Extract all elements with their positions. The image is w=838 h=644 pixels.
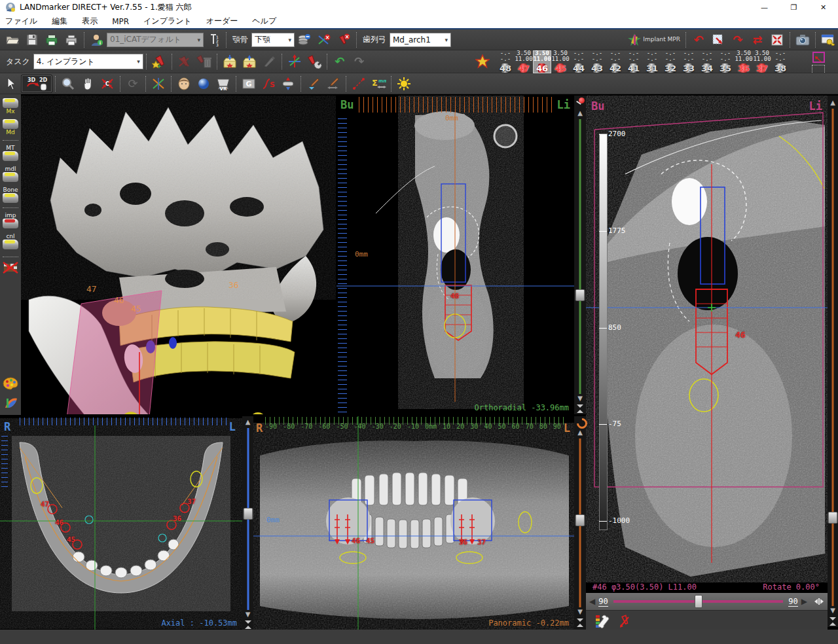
panoramic-slice-slider[interactable]: ▲ ▼: [574, 416, 586, 630]
fit-view-icon[interactable]: [767, 31, 787, 48]
arch-direction-icon[interactable]: [812, 52, 825, 63]
slider-up-arrow[interactable]: ▲: [242, 419, 253, 425]
layer-toggle[interactable]: imp: [3, 207, 18, 228]
vr-view-icon[interactable]: VR: [213, 75, 233, 92]
cross-slice-slider[interactable]: ▲ ▼: [828, 96, 838, 627]
menu-item[interactable]: インプラント: [143, 16, 192, 27]
layer-clear-button[interactable]: [3, 257, 18, 274]
layer-toggle[interactable]: mdl: [3, 166, 18, 182]
slider-down-arrow[interactable]: ▼: [574, 609, 586, 615]
menu-item[interactable]: 表示: [82, 16, 98, 27]
center-slider-icon[interactable]: [245, 620, 251, 629]
favorite-star-icon[interactable]: [473, 53, 492, 70]
rotate-right-arrow[interactable]: ▶: [801, 597, 807, 606]
load-implant-set-icon[interactable]: [240, 53, 259, 70]
menu-item[interactable]: ヘルプ: [252, 16, 276, 27]
slider-track[interactable]: [579, 119, 581, 394]
minimize-button[interactable]: —: [750, 0, 779, 14]
palette-button[interactable]: [3, 377, 18, 390]
selection-region-icon[interactable]: [812, 65, 825, 74]
layer-toggle[interactable]: Md: [3, 119, 18, 135]
layer-toggle[interactable]: cnl: [3, 233, 18, 249]
zoom-icon[interactable]: [58, 75, 78, 92]
slider-down-arrow[interactable]: ▼: [574, 395, 586, 402]
maximize-button[interactable]: ❐: [779, 0, 809, 14]
move-axis-icon[interactable]: [285, 53, 304, 70]
viewport-orthoradial[interactable]: Bu Li 0mm 0mm 46 Orthoradial -33.96mm: [337, 96, 574, 414]
axis-cross-icon[interactable]: [149, 75, 168, 92]
pan-icon[interactable]: [78, 75, 98, 92]
implant-clear-icon[interactable]: ×: [334, 31, 354, 48]
delete-implant-icon[interactable]: [194, 53, 214, 70]
tooth-strip-column[interactable]: 3.50 11.00 46: [533, 50, 551, 73]
face-view-icon[interactable]: [174, 75, 194, 92]
layer-toggle[interactable]: MT: [3, 140, 18, 161]
task-select[interactable]: 4. インプラント▾: [33, 54, 143, 69]
swap-views-icon[interactable]: ⇄: [748, 31, 767, 48]
tooth-strip-column[interactable]: -.- -.- 42: [606, 50, 625, 73]
rotation-handle[interactable]: [695, 595, 702, 608]
menu-item[interactable]: MPR: [112, 17, 129, 26]
slider-up-arrow[interactable]: ▲: [574, 429, 586, 436]
zoom-reset-icon[interactable]: C: [98, 75, 117, 92]
arch-select[interactable]: Md_arch1▾: [390, 33, 451, 47]
slider-down-arrow[interactable]: ▼: [828, 607, 838, 614]
layer-toggle[interactable]: Bone: [3, 187, 18, 203]
tooth-strip-column[interactable]: -.- -.- 32: [661, 50, 680, 73]
axial-slice-slider[interactable]: ▲ ▼: [242, 416, 253, 630]
clip-plane-icon[interactable]: [278, 75, 298, 92]
tooth-strip-column[interactable]: -.- -.- 31: [643, 50, 661, 73]
layer-toggle[interactable]: Mx: [3, 98, 18, 115]
save-icon[interactable]: [22, 31, 42, 48]
menu-item[interactable]: ファイル: [5, 16, 37, 27]
tooth-strip-column[interactable]: -.- -.- 38: [771, 50, 790, 73]
color-preset-button[interactable]: [3, 395, 18, 409]
pin-icon[interactable]: [579, 98, 585, 103]
viewport-cross-section[interactable]: 27001775850-75-1000 Bu Li 46 #46 φ3.50(3…: [586, 96, 828, 630]
axis-clear-icon[interactable]: ×: [314, 31, 334, 48]
tooth-strip-column[interactable]: -.- -.- 41: [625, 50, 643, 73]
wl-picker-icon[interactable]: [304, 75, 323, 92]
slider-down-arrow[interactable]: ▼: [242, 611, 253, 618]
profile-line-icon[interactable]: [323, 75, 343, 92]
stamp-icon[interactable]: [259, 53, 279, 70]
rotate-view-icon[interactable]: ⟳: [123, 75, 143, 92]
print-icon[interactable]: [62, 31, 81, 48]
add-implant-icon[interactable]: +: [149, 53, 169, 70]
tooth-strip-column[interactable]: 3.50 11.00 47: [515, 50, 533, 73]
measure-values-icon[interactable]: Σmm: [369, 75, 388, 92]
slider-handle[interactable]: [828, 512, 838, 524]
brightness-icon[interactable]: [394, 75, 414, 92]
tooth-strip-column[interactable]: 3.50 11.00 37: [753, 50, 771, 73]
implant-edit-icon[interactable]: [616, 613, 636, 630]
close-button[interactable]: ✕: [809, 0, 838, 14]
tooth-strip-column[interactable]: -.- -.- 33: [680, 50, 698, 73]
pointer-icon[interactable]: [1, 75, 21, 92]
open-file-icon[interactable]: [3, 31, 22, 48]
snapshot-icon[interactable]: [793, 31, 812, 48]
tooth-numbering-icon[interactable]: 123: [204, 31, 223, 48]
slider-handle[interactable]: [575, 289, 585, 301]
print-preview-icon[interactable]: [42, 31, 62, 48]
slider-up-arrow[interactable]: ▲: [574, 110, 586, 116]
rotate-left-icon[interactable]: ↶: [689, 31, 708, 48]
implant-settings-icon[interactable]: [304, 53, 324, 70]
rotation-track[interactable]: [613, 600, 784, 603]
slider-up-arrow[interactable]: ▲: [828, 99, 838, 106]
grayscale-curve-icon[interactable]: G: [239, 75, 259, 92]
mode-3d-2d-toggle[interactable]: 3D2D: [21, 75, 52, 93]
license-key-icon[interactable]: [818, 31, 838, 48]
center-slider-icon[interactable]: [829, 617, 836, 626]
viewport-panoramic[interactable]: -90-80-70-60-50-40-30-20-100mm1020304050…: [253, 416, 574, 630]
orthoradial-slice-slider[interactable]: ▲ ▼: [574, 96, 586, 414]
redo-icon[interactable]: ↷: [350, 53, 369, 70]
tooth-strip-column[interactable]: -.- -.- 35: [716, 50, 735, 73]
sphere-view-icon[interactable]: [194, 75, 213, 92]
undo-icon[interactable]: ↶: [330, 53, 350, 70]
implant-mpr-button[interactable]: Implant MPR: [625, 31, 683, 49]
center-slider-icon[interactable]: [577, 404, 583, 413]
rotate-right-icon[interactable]: ↷: [728, 31, 748, 48]
menu-item[interactable]: 編集: [52, 16, 67, 27]
sigmoid-curve-icon[interactable]: S: [259, 75, 278, 92]
tooth-strip-column[interactable]: -.- -.- 48: [496, 50, 515, 73]
